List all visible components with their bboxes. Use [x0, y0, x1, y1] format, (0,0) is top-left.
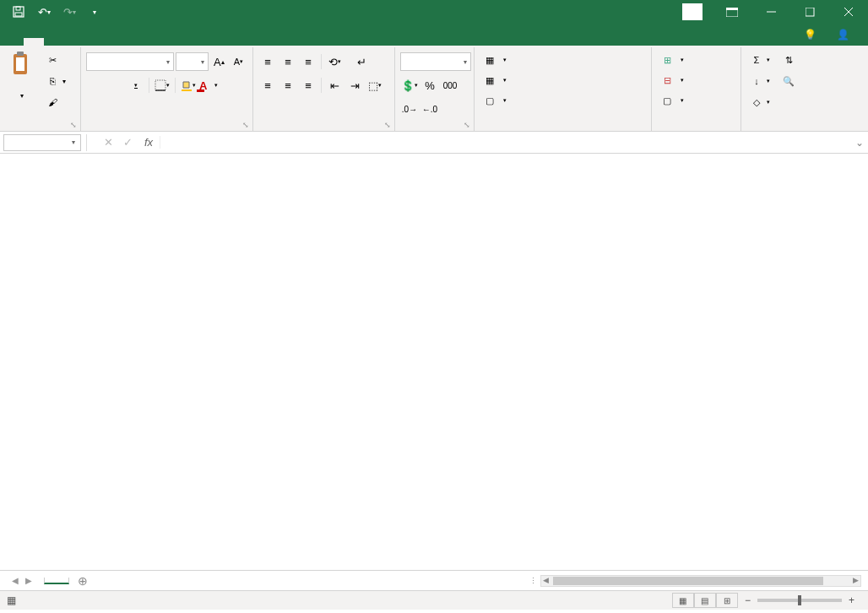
qat-dropdown-icon[interactable]: ▾	[83, 2, 106, 22]
zoom-slider[interactable]	[757, 599, 842, 602]
currency-icon[interactable]: 💲▾	[400, 76, 419, 95]
fill-button[interactable]: ↓▾	[746, 72, 773, 90]
wrap-text-icon[interactable]: ↵	[352, 52, 371, 71]
launcher-icon[interactable]: ⤡	[384, 121, 391, 129]
page-layout-view-icon[interactable]: ▤	[694, 593, 716, 608]
redo-icon[interactable]: ↷ ▾	[57, 2, 81, 22]
sheet-nav-next-icon[interactable]: ▶	[25, 576, 32, 585]
decrease-font-icon[interactable]: A▾	[230, 52, 247, 71]
record-macro-icon[interactable]: ▦	[7, 594, 16, 606]
tab-help[interactable]	[186, 38, 206, 46]
share-button[interactable]: 👤	[828, 25, 861, 44]
zoom-out-icon[interactable]: −	[745, 594, 751, 606]
font-color-button[interactable]: А▾	[199, 76, 218, 95]
undo-icon[interactable]: ↶ ▾	[32, 2, 56, 22]
cancel-formula-icon[interactable]: ✕	[104, 136, 113, 149]
decrease-decimal-icon[interactable]: ←.0	[420, 100, 439, 118]
format-painter-button[interactable]: 🖌	[42, 93, 69, 111]
tab-review[interactable]	[125, 38, 145, 46]
underline-button[interactable]: ▾	[127, 76, 145, 95]
clear-button[interactable]: ◇▾	[746, 93, 773, 111]
format-as-table-button[interactable]: ▦▾	[480, 71, 510, 90]
svg-rect-2	[16, 7, 20, 10]
save-icon[interactable]	[7, 2, 30, 22]
align-left-icon[interactable]: ≡	[258, 76, 277, 95]
tab-layout[interactable]	[64, 38, 84, 46]
tell-me-icon[interactable]: 💡	[795, 25, 828, 44]
zoom-in-icon[interactable]: +	[849, 594, 854, 606]
fill-down-icon: ↓	[750, 74, 763, 88]
sort-icon: ⇅	[782, 53, 795, 67]
insert-cells-button[interactable]: ⊞▾	[657, 51, 687, 69]
copy-button[interactable]: ⎘▾	[42, 72, 69, 90]
signin-button[interactable]	[682, 3, 703, 20]
search-icon: 🔍	[782, 74, 795, 88]
format-cells-button[interactable]: ▢▾	[657, 91, 687, 110]
horizontal-scrollbar[interactable]: ◀ ▶	[540, 575, 861, 587]
increase-indent-icon[interactable]: ⇥	[345, 76, 364, 95]
decrease-indent-icon[interactable]: ⇤	[325, 76, 344, 95]
italic-button[interactable]	[106, 76, 125, 95]
close-icon[interactable]	[829, 0, 868, 24]
svg-rect-12	[155, 80, 165, 90]
copy-icon: ⎘	[46, 74, 59, 88]
cell-styles-button[interactable]: ▢▾	[480, 91, 510, 110]
fill-color-button[interactable]: ▾	[179, 76, 198, 95]
increase-font-icon[interactable]: A▴	[210, 52, 228, 71]
expand-formula-bar-icon[interactable]: ⌄	[851, 137, 868, 149]
align-bottom-icon[interactable]: ≡	[299, 52, 317, 71]
ribbon-display-icon[interactable]	[713, 0, 751, 24]
thousands-icon[interactable]: 000	[441, 76, 459, 95]
clipboard-icon	[8, 51, 35, 78]
tab-developer[interactable]	[165, 38, 186, 46]
tab-file[interactable]	[3, 38, 24, 46]
delete-icon: ⊟	[660, 73, 674, 87]
launcher-icon[interactable]: ⤡	[242, 121, 249, 129]
font-size-combo[interactable]: ▾	[176, 52, 209, 71]
cut-button[interactable]: ✂	[42, 51, 69, 69]
align-right-icon[interactable]: ≡	[299, 76, 317, 95]
bold-button[interactable]	[86, 76, 105, 95]
borders-button[interactable]: ▾	[153, 76, 171, 95]
percent-icon[interactable]: %	[420, 76, 439, 95]
maximize-icon[interactable]	[790, 0, 829, 24]
insert-icon: ⊞	[660, 53, 674, 67]
scissors-icon: ✂	[46, 53, 59, 67]
font-name-combo[interactable]: ▾	[86, 52, 174, 71]
number-format-combo[interactable]: ▾	[400, 52, 471, 71]
align-top-icon[interactable]: ≡	[258, 52, 277, 71]
launcher-icon[interactable]: ⤡	[70, 121, 77, 129]
eraser-icon: ◇	[750, 95, 763, 109]
svg-rect-1	[15, 13, 22, 16]
align-center-icon[interactable]: ≡	[279, 76, 297, 95]
normal-view-icon[interactable]: ▦	[672, 593, 694, 608]
increase-decimal-icon[interactable]: .0→	[400, 100, 419, 118]
tab-view[interactable]	[145, 38, 165, 46]
page-break-view-icon[interactable]: ⊞	[716, 593, 738, 608]
align-middle-icon[interactable]: ≡	[279, 52, 297, 71]
svg-rect-11	[16, 57, 24, 71]
add-sheet-icon[interactable]: ⊕	[69, 574, 96, 588]
enter-formula-icon[interactable]: ✓	[123, 136, 133, 149]
sort-filter-button[interactable]: ⇅	[778, 51, 799, 69]
sigma-icon: Σ	[750, 53, 763, 67]
tab-insert[interactable]	[44, 38, 64, 46]
name-box[interactable]: ▾	[3, 134, 81, 151]
tab-formulas[interactable]	[84, 38, 105, 46]
tab-data[interactable]	[105, 38, 125, 46]
sheet-tab[interactable]	[44, 578, 69, 584]
merge-cells-icon[interactable]: ⬚▾	[366, 76, 384, 95]
autosum-button[interactable]: Σ▾	[746, 51, 773, 69]
svg-rect-14	[182, 90, 192, 91]
fx-icon[interactable]: fx	[144, 136, 160, 149]
format-icon: ▢	[660, 94, 674, 107]
sheet-nav-prev-icon[interactable]: ◀	[12, 576, 19, 585]
minimize-icon[interactable]	[751, 0, 790, 24]
find-select-button[interactable]: 🔍	[778, 72, 799, 90]
delete-cells-button[interactable]: ⊟▾	[657, 71, 687, 90]
launcher-icon[interactable]: ⤡	[464, 121, 470, 129]
orientation-icon[interactable]: ⟲▾	[325, 52, 344, 71]
conditional-formatting-button[interactable]: ▦▾	[480, 51, 510, 69]
tab-home[interactable]	[24, 38, 44, 46]
paste-button[interactable]: ▾	[5, 49, 39, 103]
